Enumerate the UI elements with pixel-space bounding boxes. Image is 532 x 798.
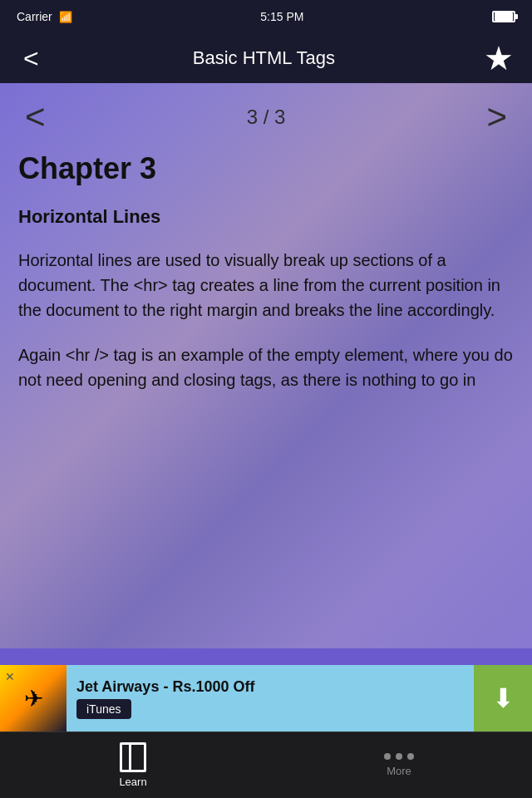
status-left: Carrier 📶 [17, 10, 72, 23]
section-title: Horizontal Lines [18, 206, 514, 228]
ad-download-button[interactable]: ⬇ [474, 665, 532, 732]
status-bar: Carrier 📶 5:15 PM [0, 0, 532, 33]
wifi-icon: 📶 [59, 11, 72, 23]
page-title: Basic HTML Tags [193, 47, 335, 69]
star-icon: ★ [484, 42, 514, 75]
ad-content: Jet Airways - Rs.1000 Off iTunes [66, 672, 474, 726]
chapter-title: Chapter 3 [18, 151, 514, 186]
prev-chapter-button[interactable]: < [25, 100, 46, 135]
bookmark-button[interactable]: ★ [479, 38, 519, 78]
more-dots-icon [384, 753, 414, 760]
tab-learn-label: Learn [119, 776, 146, 788]
tab-learn[interactable]: Learn [0, 742, 266, 788]
status-time: 5:15 PM [260, 10, 303, 23]
page-indicator: 3 / 3 [247, 106, 286, 129]
jet-airways-icon: ✈ [24, 685, 43, 712]
back-button[interactable]: < [13, 42, 49, 75]
chapter-content: Chapter 3 Horizontal Lines Horizontal li… [0, 143, 532, 429]
tab-bar: Learn More [0, 732, 532, 798]
nav-bar: < Basic HTML Tags ★ [0, 33, 532, 83]
ad-close-button[interactable]: ✕ [5, 670, 15, 683]
tab-more[interactable]: More [266, 753, 532, 777]
tab-more-label: More [387, 765, 411, 777]
carrier-label: Carrier [17, 10, 52, 23]
next-chapter-button[interactable]: > [486, 100, 507, 135]
chapter-nav: < 3 / 3 > [0, 83, 532, 143]
ad-banner[interactable]: ✕ ✈ Jet Airways - Rs.1000 Off iTunes ⬇ [0, 665, 532, 732]
status-right [492, 11, 515, 22]
battery-icon [492, 11, 515, 22]
content-area: < 3 / 3 > Chapter 3 Horizontal Lines Hor… [0, 83, 532, 648]
body-paragraph-1: Horizontal lines are used to visually br… [18, 248, 514, 323]
ad-title: Jet Airways - Rs.1000 Off [76, 678, 464, 696]
book-icon [120, 742, 146, 772]
download-icon: ⬇ [492, 682, 515, 714]
ad-platform-label: iTunes [76, 699, 131, 719]
body-paragraph-2: Again <hr /> tag is an example of the em… [18, 342, 514, 392]
